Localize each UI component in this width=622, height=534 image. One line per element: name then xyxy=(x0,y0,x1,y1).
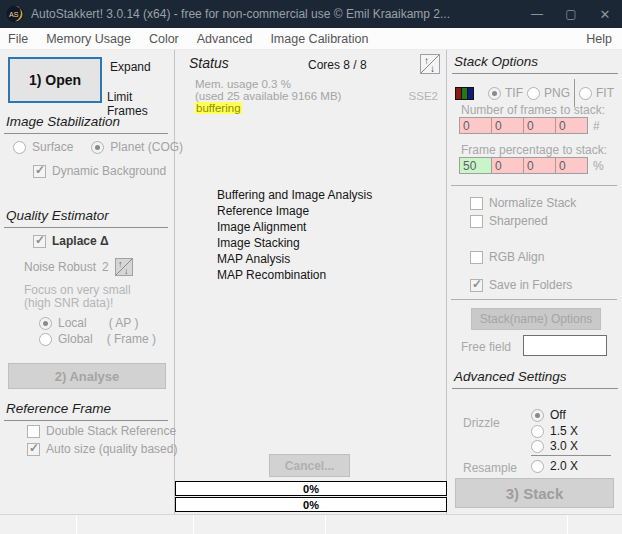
free-field-input[interactable] xyxy=(523,335,607,356)
noise-robust-value: 2 xyxy=(102,260,109,274)
statusbar-divider xyxy=(325,515,326,534)
buffering-status: buffering xyxy=(195,102,242,114)
resample-radio[interactable] xyxy=(531,460,544,473)
maximize-icon[interactable]: ▢ xyxy=(554,0,588,28)
rgb-histogram-icon xyxy=(455,87,474,100)
stackname-options-button[interactable]: Stack(name) Options xyxy=(471,308,601,330)
local-radio[interactable] xyxy=(39,317,52,330)
svg-text:AS: AS xyxy=(9,11,19,18)
svg-text:↑: ↑ xyxy=(118,259,123,269)
frames-field-4[interactable]: 0 xyxy=(555,117,588,134)
open-button[interactable]: 1) Open xyxy=(8,57,102,103)
advanced-settings-title: Advanced Settings xyxy=(452,369,618,389)
drizzle-15-radio[interactable] xyxy=(531,425,544,438)
sharpened-checkbox[interactable] xyxy=(470,215,483,228)
frame-percentage-fields: 50 0 0 0 % xyxy=(459,157,604,174)
percent-field-3[interactable]: 0 xyxy=(523,157,556,174)
drizzle-30-radio[interactable] xyxy=(531,440,544,453)
cores-spinner-icon[interactable]: ↑ ↓ xyxy=(420,54,440,74)
png-radio[interactable] xyxy=(527,87,540,100)
window-controls: — ▢ ✕ xyxy=(520,0,622,28)
auto-size-checkbox[interactable] xyxy=(27,443,40,456)
surface-radio[interactable] xyxy=(13,141,26,154)
dynamic-background-checkbox[interactable] xyxy=(33,165,46,178)
stack-button[interactable]: 3) Stack xyxy=(455,478,614,508)
app-icon: AS xyxy=(6,5,24,23)
save-in-folders-checkbox[interactable] xyxy=(470,279,483,292)
menu-memory-usage[interactable]: Memory Usage xyxy=(37,32,140,46)
drizzle-15-row: 1.5 X xyxy=(531,424,578,438)
fit-radio[interactable] xyxy=(579,87,592,100)
menu-image-calibration[interactable]: Image Calibration xyxy=(261,32,377,46)
mem-usage-line2: (used 25 available 9166 MB) xyxy=(195,90,341,102)
stage-item: MAP Analysis xyxy=(217,251,372,267)
frames-field-1[interactable]: 0 xyxy=(459,117,492,134)
mem-usage-line1: Mem. usage 0.3 % xyxy=(195,78,291,90)
normalize-stack-label: Normalize Stack xyxy=(489,196,576,210)
expand-label[interactable]: Expand xyxy=(110,60,151,74)
double-stack-label: Double Stack Reference xyxy=(46,424,176,438)
menu-help[interactable]: Help xyxy=(576,32,622,46)
cancel-button[interactable]: Cancel... xyxy=(269,454,350,477)
drizzle-15-label: 1.5 X xyxy=(550,424,578,438)
surface-radio-row: Surface Planet (COG) xyxy=(13,140,183,154)
planet-cog-radio[interactable] xyxy=(91,141,104,154)
stage-item: Image Alignment xyxy=(217,219,372,235)
local-suffix: ( AP ) xyxy=(109,316,139,330)
planet-cog-label: Planet (COG) xyxy=(110,140,183,154)
save-in-folders-row: Save in Folders xyxy=(470,278,572,292)
percent-field-4[interactable]: 0 xyxy=(555,157,588,174)
noise-robust-spinner-icon[interactable]: ↑ ↓ xyxy=(115,258,133,276)
frames-field-2[interactable]: 0 xyxy=(491,117,524,134)
progress-bar-1: 0% xyxy=(175,481,447,496)
rgb-align-row: RGB Align xyxy=(470,250,544,264)
close-icon[interactable]: ✕ xyxy=(588,0,622,28)
menu-color[interactable]: Color xyxy=(140,32,188,46)
menu-advanced[interactable]: Advanced xyxy=(188,32,262,46)
frames-unit: # xyxy=(593,119,600,133)
left-panel: 1) Open Expand Limit Frames Image Stabil… xyxy=(0,50,175,514)
divider xyxy=(531,455,611,456)
quality-estimator-title: Quality Estimator xyxy=(4,208,168,228)
titlebar: AS AutoStakkert! 3.0.14 (x64) - free for… xyxy=(0,0,622,28)
auto-size-label: Auto size (quality based) xyxy=(46,442,177,456)
auto-size-row: Auto size (quality based) xyxy=(27,442,177,456)
status-panel: Status Cores 8 / 8 ↑ ↓ Mem. usage 0.3 % … xyxy=(175,50,447,514)
frames-field-3[interactable]: 0 xyxy=(523,117,556,134)
stack-options-title: Stack Options xyxy=(452,54,618,74)
cores-label: Cores 8 / 8 xyxy=(308,58,367,72)
double-stack-checkbox[interactable] xyxy=(27,425,40,438)
laplace-checkbox[interactable] xyxy=(33,235,46,248)
local-label: Local xyxy=(58,316,87,330)
svg-text:↓: ↓ xyxy=(124,266,129,276)
rgb-align-checkbox[interactable] xyxy=(470,251,483,264)
analyse-button[interactable]: 2) Analyse xyxy=(8,363,166,389)
menu-file[interactable]: File xyxy=(0,32,37,46)
global-radio[interactable] xyxy=(39,333,52,346)
percent-field-1[interactable]: 50 xyxy=(459,157,492,174)
percent-unit: % xyxy=(593,159,604,173)
minimize-icon[interactable]: — xyxy=(520,0,554,28)
focus-note: Focus on very small (high SNR data)! xyxy=(24,284,131,310)
statusbar-divider xyxy=(76,515,77,534)
surface-label: Surface xyxy=(32,140,73,154)
autostakkert-window: AS AutoStakkert! 3.0.14 (x64) - free for… xyxy=(0,0,622,534)
laplace-row: Laplace Δ xyxy=(33,234,109,248)
resample-option-label: 2.0 X xyxy=(550,459,578,473)
fit-label: FIT xyxy=(596,86,614,100)
drizzle-off-radio[interactable] xyxy=(531,409,544,422)
percent-field-2[interactable]: 0 xyxy=(491,157,524,174)
svg-text:↑: ↑ xyxy=(424,55,429,66)
frames-to-stack-fields: 0 0 0 0 # xyxy=(459,117,600,134)
drizzle-off-row: Off xyxy=(531,408,566,422)
sse2-label: SSE2 xyxy=(409,90,438,102)
progress-area: 0% 0% xyxy=(175,480,447,512)
sharpened-row: Sharpened xyxy=(470,214,548,228)
tif-radio[interactable] xyxy=(488,87,501,100)
status-title: Status xyxy=(189,55,229,71)
normalize-stack-checkbox[interactable] xyxy=(470,197,483,210)
progress-bar-2: 0% xyxy=(175,497,447,512)
png-label: PNG xyxy=(544,86,570,100)
drizzle-label: Drizzle xyxy=(463,416,500,430)
rgb-align-label: RGB Align xyxy=(489,250,544,264)
